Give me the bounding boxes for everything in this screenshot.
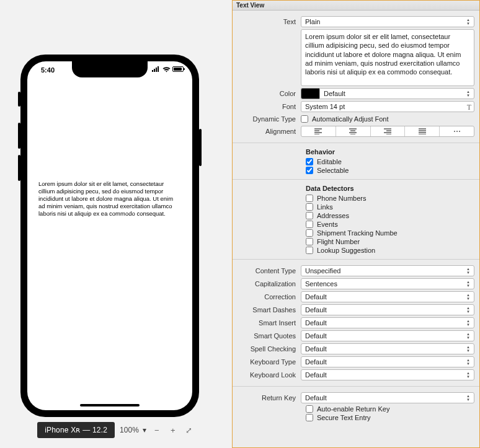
- power-button: [199, 129, 202, 166]
- detector-label: Events: [317, 221, 338, 228]
- stepper-icon: ▲▼: [464, 292, 473, 302]
- checkbox-input[interactable]: [306, 229, 313, 237]
- detector-label: Phone Numbers: [317, 195, 367, 202]
- capitalization-value: Sentences: [305, 279, 337, 289]
- secure-text-checkbox[interactable]: Secure Text Entry: [306, 414, 474, 421]
- volume-up: [18, 123, 20, 149]
- phone-screen[interactable]: 5:40 Lorem ipsum dolor sit er elit lamet…: [27, 61, 192, 410]
- return-key-select[interactable]: Default▲▼: [301, 392, 474, 403]
- text-label: Text: [233, 18, 301, 25]
- checkbox-input[interactable]: [306, 203, 313, 211]
- volume-down: [18, 155, 20, 181]
- auto-enable-return-checkbox[interactable]: Auto-enable Return Key: [306, 405, 474, 413]
- checkbox-input[interactable]: [306, 238, 313, 245]
- selectable-checkbox[interactable]: Selectable: [306, 167, 474, 174]
- font-field[interactable]: System 14 pt T: [301, 101, 474, 112]
- detector-label: Lookup Suggestion: [317, 247, 375, 254]
- text-mode-select[interactable]: Plain ▲▼: [301, 16, 474, 27]
- content-type-select[interactable]: Unspecified▲▼: [301, 265, 474, 276]
- checkbox-input[interactable]: [306, 158, 313, 165]
- detector-checkbox[interactable]: Events: [306, 221, 474, 228]
- align-justify-button[interactable]: [405, 126, 440, 136]
- smart-insert-select[interactable]: Default▲▼: [301, 317, 474, 328]
- expand-icon[interactable]: ⤢: [184, 424, 195, 436]
- align-right-button[interactable]: [371, 126, 406, 136]
- zoom-value: 100%: [120, 426, 139, 434]
- smart-dashes-select[interactable]: Default▲▼: [301, 304, 474, 315]
- zoom-out-button[interactable]: −: [151, 424, 162, 436]
- stepper-icon: ▲▼: [464, 357, 473, 367]
- checkbox-input[interactable]: [306, 195, 313, 202]
- checkbox-input[interactable]: [306, 221, 313, 228]
- stepper-icon: ▲▼: [464, 393, 473, 403]
- detector-checkbox[interactable]: Phone Numbers: [306, 195, 474, 202]
- smart-dashes-label: Smart Dashes: [233, 306, 301, 314]
- battery-icon: [172, 66, 184, 72]
- stepper-icon: ▲▼: [464, 318, 473, 328]
- keyboard-look-value: Default: [305, 370, 327, 380]
- capitalization-select[interactable]: Sentences▲▼: [301, 278, 474, 289]
- color-value: Default: [324, 89, 345, 99]
- capitalization-label: Capitalization: [233, 280, 301, 288]
- align-natural-button[interactable]: [440, 126, 474, 136]
- detector-checkbox[interactable]: Flight Number: [306, 238, 474, 245]
- align-left-button[interactable]: [301, 126, 336, 136]
- data-detectors-heading: Data Detectors: [306, 185, 474, 192]
- detector-label: Links: [317, 203, 333, 211]
- spell-checking-value: Default: [305, 344, 327, 354]
- checkbox-input[interactable]: [306, 247, 313, 254]
- inspector-panel: Text View Text Plain ▲▼ Lorem ipsum dolo…: [232, 0, 480, 448]
- align-center-button[interactable]: [336, 126, 371, 136]
- auto-adjust-font-label: Automatically Adjust Font: [312, 115, 389, 123]
- signal-icon: [152, 66, 161, 72]
- detector-checkbox[interactable]: Links: [306, 203, 474, 211]
- detector-label: Addresses: [317, 212, 349, 219]
- checkbox-input[interactable]: [301, 115, 308, 123]
- auto-enable-return-label: Auto-enable Return Key: [317, 405, 389, 413]
- keyboard-look-label: Keyboard Look: [233, 371, 301, 379]
- detector-checkbox[interactable]: Lookup Suggestion: [306, 247, 474, 254]
- keyboard-type-select[interactable]: Default▲▼: [301, 356, 474, 367]
- status-time: 5:40: [41, 66, 55, 74]
- stepper-icon: ▲▼: [464, 305, 473, 315]
- smart-insert-label: Smart Insert: [233, 319, 301, 327]
- detector-label: Shipment Tracking Numbe: [317, 229, 398, 237]
- checkbox-input[interactable]: [306, 414, 313, 421]
- text-mode-value: Plain: [305, 17, 320, 27]
- status-bar: 5:40: [27, 66, 192, 79]
- simulator-canvas: 5:40 Lorem ipsum dolor sit er elit lamet…: [0, 0, 232, 448]
- spell-checking-select[interactable]: Default▲▼: [301, 343, 474, 354]
- stepper-icon: ▲▼: [464, 279, 473, 289]
- zoom-dropdown-icon[interactable]: ▾: [143, 426, 146, 434]
- font-picker-icon[interactable]: T: [467, 102, 471, 112]
- keyboard-look-select[interactable]: Default▲▼: [301, 369, 474, 380]
- zoom-in-button[interactable]: +: [167, 424, 179, 436]
- checkbox-input[interactable]: [306, 405, 313, 413]
- editable-checkbox[interactable]: Editable: [306, 158, 474, 165]
- phone-frame: 5:40 Lorem ipsum dolor sit er elit lamet…: [20, 55, 199, 417]
- textview-content[interactable]: Lorem ipsum dolor sit er elit lamet, con…: [38, 180, 181, 217]
- text-content-field[interactable]: Lorem ipsum dolor sit er elit lamet, con…: [301, 29, 474, 86]
- smart-insert-value: Default: [305, 318, 327, 328]
- stepper-icon: ▲▼: [464, 331, 473, 341]
- auto-adjust-font-checkbox[interactable]: Automatically Adjust Font: [301, 115, 474, 123]
- checkbox-input[interactable]: [306, 212, 313, 219]
- zoom-control[interactable]: 100% ▾: [120, 426, 146, 434]
- stepper-icon: ▲▼: [464, 89, 473, 99]
- font-value: System 14 pt: [305, 102, 345, 112]
- device-label[interactable]: iPhone Xʀ — 12.2: [37, 422, 115, 438]
- font-label: Font: [233, 103, 301, 110]
- detector-checkbox[interactable]: Addresses: [306, 212, 474, 219]
- smart-quotes-label: Smart Quotes: [233, 332, 301, 340]
- detector-checkbox[interactable]: Shipment Tracking Numbe: [306, 229, 474, 237]
- content-type-value: Unspecified: [305, 266, 340, 276]
- detector-label: Flight Number: [317, 238, 360, 245]
- checkbox-input[interactable]: [306, 167, 313, 174]
- correction-label: Correction: [233, 293, 301, 301]
- color-swatch[interactable]: [301, 88, 319, 99]
- stepper-icon: ▲▼: [464, 266, 473, 276]
- smart-quotes-select[interactable]: Default▲▼: [301, 330, 474, 341]
- color-select[interactable]: Default ▲▼: [319, 88, 474, 99]
- alignment-segmented[interactable]: [301, 126, 474, 137]
- correction-select[interactable]: Default▲▼: [301, 291, 474, 302]
